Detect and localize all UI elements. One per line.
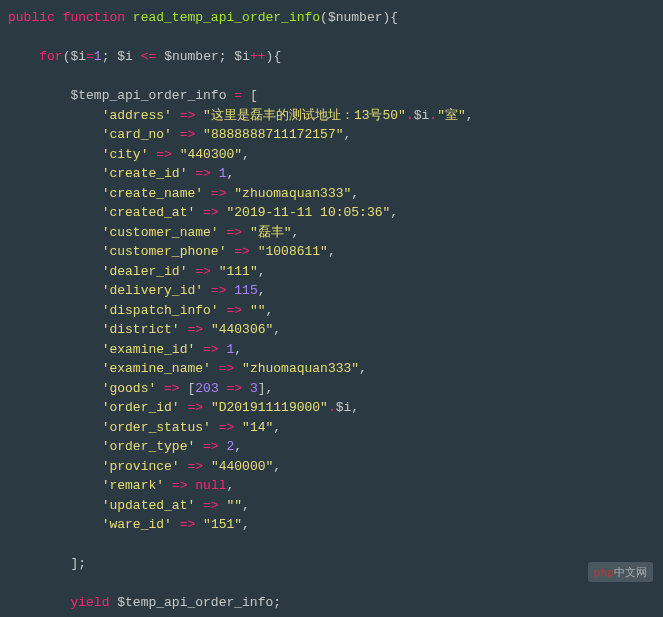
array-close: ]; <box>0 554 663 574</box>
array-entry: 'order_status' => "14", <box>0 418 663 438</box>
watermark-suffix: 中文网 <box>614 566 647 578</box>
watermark: php中文网 <box>588 562 653 583</box>
array-entry: 'ware_id' => "151", <box>0 515 663 535</box>
array-entry: 'updated_at' => "", <box>0 496 663 516</box>
array-entry: 'dispatch_info' => "", <box>0 301 663 321</box>
array-entry: 'examine_id' => 1, <box>0 340 663 360</box>
watermark-brand: php <box>594 566 614 578</box>
array-entry: 'card_no' => "8888888711172157", <box>0 125 663 145</box>
code-block: public function read_temp_api_order_info… <box>0 8 663 617</box>
array-entry: 'city' => "440300", <box>0 145 663 165</box>
array-entry: 'order_type' => 2, <box>0 437 663 457</box>
yield-statement: yield $temp_api_order_info; <box>0 593 663 613</box>
fn-declaration: public function read_temp_api_order_info… <box>0 8 663 28</box>
array-entry: 'create_name' => "zhuomaquan333", <box>0 184 663 204</box>
array-entry: 'district' => "440306", <box>0 320 663 340</box>
array-entry: 'goods' => [203 => 3], <box>0 379 663 399</box>
array-entry: 'customer_phone' => "1008611", <box>0 242 663 262</box>
array-entry: 'customer_name' => "磊丰", <box>0 223 663 243</box>
array-entry: 'create_id' => 1, <box>0 164 663 184</box>
array-entry: 'province' => "440000", <box>0 457 663 477</box>
array-entry: 'remark' => null, <box>0 476 663 496</box>
array-entry: 'examine_name' => "zhuomaquan333", <box>0 359 663 379</box>
array-entry: 'dealer_id' => "111", <box>0 262 663 282</box>
array-entry: 'delivery_id' => 115, <box>0 281 663 301</box>
array-assign: $temp_api_order_info = [ <box>0 86 663 106</box>
for-loop: for($i=1; $i <= $number; $i++){ <box>0 47 663 67</box>
array-entry: 'address' => "这里是磊丰的测试地址：13号50".$i."室", <box>0 106 663 126</box>
array-entry: 'order_id' => "D201911119000".$i, <box>0 398 663 418</box>
array-entry: 'created_at' => "2019-11-11 10:05:36", <box>0 203 663 223</box>
